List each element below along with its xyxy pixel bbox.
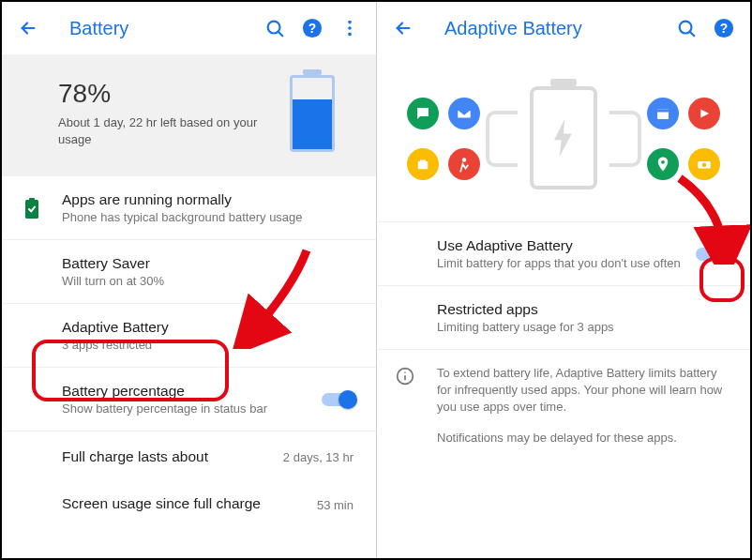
app-bubble-icon (647, 148, 679, 180)
info-text: To extend battery life, Adaptive Battery… (437, 365, 728, 416)
row-subtitle: Limit battery for apps that you don't us… (437, 256, 683, 270)
more-vert-icon (339, 18, 360, 38)
battery-status-hero[interactable]: 78% About 1 day, 22 hr left based on you… (2, 54, 376, 176)
back-button[interactable] (9, 9, 47, 47)
info-note: To extend battery life, Adaptive Battery… (377, 350, 750, 462)
app-bubble-icon (688, 148, 720, 180)
row-subtitle: Limiting battery usage for 3 apps (437, 320, 728, 334)
info-icon (396, 367, 414, 386)
app-bubble-icon (647, 98, 679, 129)
battery-ok-icon (21, 197, 43, 219)
search-button[interactable] (256, 9, 293, 47)
svg-rect-7 (29, 198, 35, 201)
battery-percent: 78% (58, 79, 290, 109)
battery-fill (293, 99, 332, 149)
battery-percentage-toggle[interactable] (322, 390, 355, 409)
svg-text:?: ? (720, 22, 728, 36)
apps-running-row[interactable]: Apps are running normally Phone has typi… (2, 176, 376, 240)
app-bubble-icon (407, 98, 439, 129)
svg-rect-11 (418, 161, 429, 169)
svg-point-20 (404, 371, 406, 373)
adaptive-battery-row[interactable]: Adaptive Battery 3 apps restricted (2, 304, 376, 368)
row-value: 2 days, 13 hr (283, 450, 353, 464)
row-title: Adaptive Battery (62, 319, 353, 336)
back-arrow-icon (18, 18, 38, 38)
app-bar: Battery ? (2, 2, 376, 54)
info-text: Notifications may be delayed for these a… (437, 430, 728, 446)
battery-outline-icon (530, 86, 597, 189)
row-subtitle: Will turn on at 30% (62, 274, 353, 288)
row-title: Use Adaptive Battery (437, 237, 683, 254)
battery-saver-row[interactable]: Battery Saver Will turn on at 30% (2, 240, 376, 304)
back-arrow-icon (393, 18, 414, 38)
row-title: Screen usage since full charge (62, 495, 353, 512)
app-bubble-icon (448, 98, 480, 129)
back-button[interactable] (384, 9, 422, 47)
battery-estimate: About 1 day, 22 hr left based on your us… (58, 114, 264, 147)
row-subtitle: Show battery percentage in status bar (62, 401, 353, 416)
row-title: Apps are running normally (62, 191, 353, 208)
row-value: 53 min (317, 498, 353, 512)
battery-percentage-row[interactable]: Battery percentage Show battery percenta… (2, 368, 376, 431)
battery-screen: Battery ? 78% About 1 day, 22 hr left ba… (2, 2, 376, 558)
row-title: Battery percentage (62, 383, 353, 400)
app-bubble-icon (407, 148, 439, 180)
app-bubble-icon (688, 98, 720, 129)
svg-point-15 (661, 160, 665, 164)
search-button[interactable] (668, 9, 705, 47)
overflow-button[interactable] (331, 9, 368, 47)
page-title: Adaptive Battery (444, 18, 668, 39)
use-adaptive-toggle[interactable] (696, 245, 729, 264)
svg-point-4 (348, 26, 352, 30)
row-subtitle: 3 apps restricted (62, 338, 353, 352)
svg-point-12 (462, 158, 467, 162)
help-button[interactable]: ? (705, 9, 743, 47)
full-charge-row[interactable]: Full charge lasts about 2 days, 13 hr (2, 431, 376, 482)
hero-text: 78% About 1 day, 22 hr left based on you… (58, 79, 290, 147)
search-icon (264, 18, 285, 38)
row-subtitle: Phone has typical background battery usa… (62, 210, 353, 224)
page-title: Battery (69, 18, 256, 39)
adaptive-illustration (377, 54, 750, 221)
help-icon: ? (714, 18, 734, 38)
app-bar: Adaptive Battery ? (377, 2, 750, 54)
row-title: Battery Saver (62, 255, 353, 272)
svg-point-17 (702, 163, 707, 168)
battery-icon (290, 75, 335, 152)
app-bubble-icon (448, 148, 480, 180)
help-button[interactable]: ? (293, 9, 331, 47)
svg-point-3 (348, 21, 352, 24)
svg-rect-14 (657, 110, 669, 113)
bolt-icon (550, 119, 577, 157)
svg-point-5 (348, 33, 352, 37)
screen-usage-row[interactable]: Screen usage since full charge 53 min (2, 482, 376, 527)
svg-text:?: ? (308, 22, 316, 36)
search-icon (676, 18, 697, 38)
help-icon: ? (302, 18, 323, 38)
use-adaptive-row[interactable]: Use Adaptive Battery Limit battery for a… (377, 222, 750, 286)
adaptive-battery-screen: Adaptive Battery ? (376, 2, 750, 558)
row-title: Restricted apps (437, 301, 728, 318)
restricted-apps-row[interactable]: Restricted apps Limiting battery usage f… (377, 286, 750, 350)
